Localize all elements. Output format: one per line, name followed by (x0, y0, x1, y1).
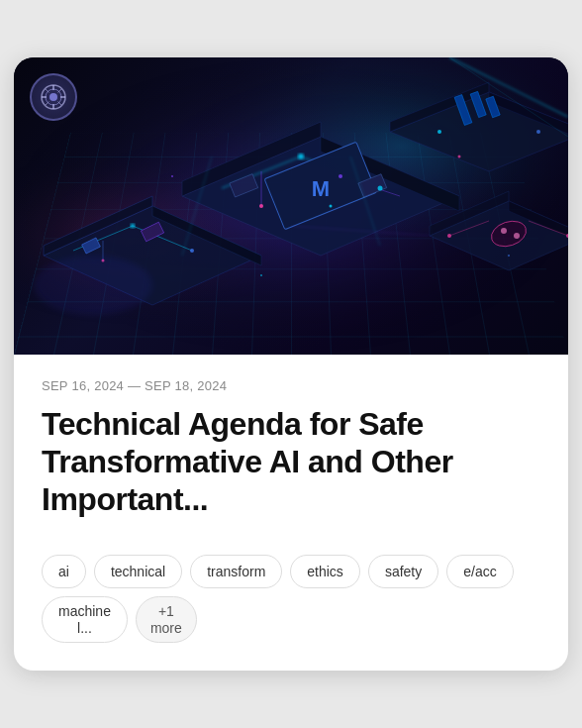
tag-machine[interactable]: machinel... (42, 596, 128, 644)
tag-safety[interactable]: safety (368, 555, 438, 588)
svg-point-38 (536, 130, 540, 134)
svg-point-53 (171, 175, 173, 177)
date-range: SEP 16, 2024 — SEP 18, 2024 (42, 378, 540, 393)
svg-point-25 (298, 154, 304, 159)
svg-point-26 (378, 185, 383, 190)
svg-point-44 (514, 233, 520, 239)
tag-more[interactable]: +1more (136, 596, 197, 644)
svg-point-47 (447, 234, 451, 238)
event-card: M (14, 57, 568, 672)
svg-point-54 (458, 155, 461, 157)
svg-point-55 (260, 274, 262, 276)
svg-point-59 (34, 256, 152, 315)
tag-eacc[interactable]: e/acc (446, 555, 513, 588)
svg-point-11 (131, 223, 136, 228)
event-title: Technical Agenda for Safe Transformative… (42, 405, 540, 519)
svg-point-12 (190, 249, 194, 253)
svg-point-28 (339, 174, 342, 178)
tags-container: ai technical transform ethics safety e/a… (42, 555, 540, 644)
logo-icon (39, 82, 68, 112)
tag-ai[interactable]: ai (42, 555, 86, 588)
svg-point-62 (49, 93, 57, 101)
tag-transform[interactable]: transform (190, 555, 282, 588)
hero-image: M (14, 57, 568, 355)
svg-point-37 (437, 130, 441, 134)
svg-text:M: M (312, 176, 330, 201)
logo-circle (30, 73, 77, 121)
circuit-illustration: M (14, 57, 568, 355)
svg-point-56 (508, 255, 510, 257)
tag-technical[interactable]: technical (94, 555, 182, 588)
svg-point-43 (501, 228, 507, 234)
svg-point-27 (259, 204, 263, 208)
svg-point-52 (330, 204, 333, 207)
tag-ethics[interactable]: ethics (290, 555, 360, 588)
card-content: SEP 16, 2024 — SEP 18, 2024 Technical Ag… (14, 355, 568, 672)
